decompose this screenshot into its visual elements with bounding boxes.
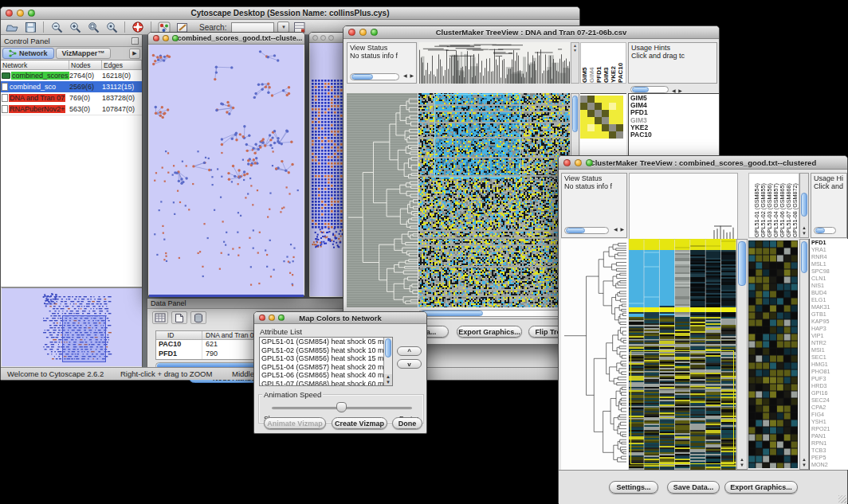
gene-label[interactable]: GIM3 — [630, 116, 719, 123]
zoom-window-button[interactable] — [586, 159, 593, 166]
animate-vizmap-button[interactable]: Animate Vizmap — [264, 417, 326, 429]
zoom-window-button[interactable] — [278, 315, 285, 321]
gene-label[interactable]: HAP3 — [811, 325, 848, 332]
gene-label[interactable]: NIS1 — [811, 282, 848, 289]
gene-label[interactable]: PFD1 — [630, 108, 719, 115]
view-status-hscrollbar[interactable] — [350, 73, 399, 80]
attribute-list-item[interactable]: GPL51-07 (GSM868) heat shock 60 min — [260, 380, 392, 386]
search-input[interactable] — [231, 22, 274, 33]
delete-attribute-button[interactable] — [190, 311, 206, 324]
close-button[interactable] — [153, 35, 159, 41]
gene-label[interactable]: PAC10 — [630, 131, 719, 138]
birdseye-overview[interactable] — [2, 287, 142, 366]
scroll-arrows[interactable]: ▲▼ — [737, 457, 747, 468]
close-button[interactable] — [6, 10, 13, 17]
scrollbar-thumb[interactable] — [420, 311, 483, 316]
main-window-titlebar[interactable]: Cytoscape Desktop (Session Name: collins… — [1, 7, 579, 20]
column-label[interactable]: PAC10 — [617, 43, 624, 83]
tab-vizmapper[interactable]: VizMapper™ — [56, 48, 112, 59]
scrollbar-thumb[interactable] — [801, 241, 807, 273]
zoom-vscrollbar[interactable]: ▲▼ — [799, 239, 809, 470]
gene-label[interactable]: HMG1 — [811, 361, 848, 368]
gene-label[interactable]: YRA1 — [811, 246, 848, 253]
array-column-label[interactable]: GPL51-07 (GSM868) — [786, 174, 792, 237]
array-column-label[interactable]: GPL51-06 (GSM865) — [779, 174, 786, 237]
zoom-fit-button[interactable] — [85, 21, 101, 34]
background-window-titlebar[interactable] — [309, 33, 345, 43]
close-button[interactable] — [259, 315, 265, 321]
gene-label[interactable]: MAK31 — [811, 303, 848, 311]
column-dendrogram-canvas[interactable] — [629, 173, 738, 240]
export-graphics-button[interactable]: Export Graphics... — [457, 326, 522, 338]
gene-label[interactable]: BUD4 — [811, 289, 848, 296]
zoom-heatmap-canvas[interactable] — [580, 96, 623, 139]
gene-label[interactable]: YKE2 — [630, 123, 719, 131]
heatmap-hscrollbar[interactable] — [418, 310, 570, 317]
array-column-label[interactable]: GPL51-02 (GSM855) — [760, 174, 767, 237]
gene-label[interactable]: MSL1 — [811, 260, 848, 268]
minimize-button[interactable] — [575, 159, 582, 166]
zoom-in-button[interactable] — [67, 21, 83, 34]
scrollbar-thumb[interactable] — [351, 74, 373, 80]
gene-label[interactable]: MSI1 — [811, 346, 848, 354]
column-label[interactable]: GIM4 — [588, 43, 595, 83]
scroll-arrows[interactable]: ▲▼ — [800, 457, 808, 468]
gene-label[interactable]: PUF3 — [811, 375, 848, 382]
gene-label[interactable]: RPO21 — [811, 425, 848, 432]
create-vizmap-button[interactable]: Create Vizmap — [332, 417, 387, 429]
column-label[interactable]: GIM3 — [603, 43, 610, 83]
zoom-window-button[interactable] — [328, 35, 334, 41]
gene-label[interactable]: GIM5 — [630, 94, 719, 101]
id-column-header[interactable]: ID — [156, 331, 202, 339]
network-view-canvas[interactable] — [149, 45, 304, 297]
attribute-list-item[interactable]: GPL51-02 (GSM855) heat shock 10 min — [260, 346, 392, 355]
gene-label[interactable]: CLN1 — [811, 275, 848, 282]
scrollbar-thumb[interactable] — [566, 228, 585, 233]
global-heatmap-canvas[interactable] — [629, 239, 736, 470]
column-label[interactable]: PFD1 — [595, 43, 603, 83]
minimize-button[interactable] — [17, 10, 24, 17]
gene-label[interactable]: YSH1 — [811, 418, 848, 425]
gene-label[interactable]: PAN1 — [811, 432, 848, 440]
select-attributes-button[interactable] — [152, 311, 168, 324]
scrollbar-thumb[interactable] — [632, 87, 649, 92]
gene-label[interactable]: MON2 — [811, 461, 848, 468]
minimize-button[interactable] — [269, 315, 275, 321]
gene-label[interactable]: RPN1 — [811, 440, 848, 447]
scroll-arrows[interactable]: ▲▼ — [800, 225, 808, 236]
gene-label[interactable]: VIP1 — [811, 332, 848, 339]
gene-label[interactable]: ELG1 — [811, 296, 848, 303]
scroll-arrows[interactable]: ◀ ▶ — [614, 225, 625, 233]
gene-label[interactable]: SEC24 — [811, 397, 848, 404]
treeview1-titlebar[interactable]: ClusterMaker TreeView : DNA and Tran 07-… — [344, 26, 719, 39]
scroll-arrows[interactable]: ◀ ▶ — [403, 72, 414, 80]
network-list-row[interactable]: DNA and Tran 07 769(0) 183728(0) — [1, 92, 142, 104]
zoom-window-button[interactable] — [28, 10, 35, 17]
close-button[interactable] — [563, 159, 571, 166]
attribute-list-item[interactable]: GPL51-01 (GSM854) heat shock 05 min — [260, 338, 392, 346]
zoom-selected-button[interactable] — [104, 21, 120, 34]
open-session-button[interactable] — [4, 21, 20, 34]
gene-label[interactable]: PEP5 — [811, 454, 848, 461]
gene-label[interactable]: CPA2 — [811, 404, 848, 411]
array-column-label[interactable]: GPL51-03 (GSM856) — [767, 174, 773, 237]
settings-button[interactable]: Settings... — [609, 481, 658, 494]
attribute-list-item[interactable]: GPL51-04 (GSM857) heat shock 20 min — [260, 363, 392, 372]
usage-hints-hscrollbar[interactable] — [814, 227, 836, 234]
save-session-button[interactable] — [22, 21, 38, 34]
heatmap-vscrollbar[interactable]: ▲▼ — [736, 239, 748, 470]
treeview2-titlebar[interactable]: ClusterMaker TreeView : combined_scores_… — [559, 156, 847, 170]
gene-label[interactable]: TCB3 — [811, 447, 848, 454]
gene-label[interactable]: PFD1 — [811, 239, 848, 246]
network-list-row[interactable]: RNAPuberNov2+ 563(0) 107847(0) — [1, 104, 142, 115]
scrollbar-thumb[interactable] — [738, 241, 746, 286]
dialog-titlebar[interactable]: Map Colors to Network — [254, 312, 426, 324]
attribute-list-item[interactable]: GPL51-03 (GSM856) heat shock 15 min — [260, 354, 392, 363]
float-panel-icon[interactable] — [132, 37, 139, 45]
help-button[interactable] — [130, 21, 146, 34]
slider-thumb[interactable] — [336, 402, 347, 412]
move-up-button[interactable]: ^ — [397, 346, 422, 356]
column-label[interactable]: GIM5 — [581, 43, 588, 83]
column-header-edges[interactable]: Edges — [102, 61, 142, 69]
search-dropdown-button[interactable]: ▼ — [277, 21, 289, 33]
